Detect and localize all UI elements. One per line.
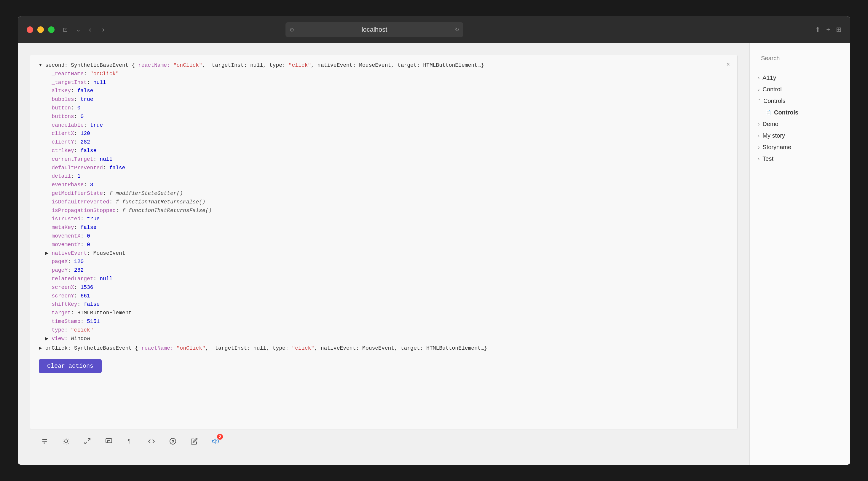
view-line: ▶ view: Window — [39, 334, 731, 343]
svg-rect-18 — [107, 441, 110, 443]
controls-arrow-icon: ˅ — [758, 98, 761, 104]
code-line: eventPhase: 3 — [39, 181, 731, 189]
sidebar-item-controls-file-label: Controls — [774, 109, 798, 116]
sidebar-toggle-button[interactable]: ⊡ — [60, 25, 70, 34]
code-line: isPropagationStopped: f functionThatRetu… — [39, 206, 731, 215]
right-sidebar: › A11y › Control ˅ Controls 📄 Controls ›… — [749, 43, 850, 465]
close-button[interactable] — [27, 26, 33, 33]
demo-arrow-icon: › — [758, 122, 760, 127]
actions-icon[interactable]: 2 — [209, 435, 222, 448]
clear-actions-container: Clear actions — [39, 353, 731, 376]
svg-marker-22 — [213, 439, 215, 443]
sidebar-item-demo[interactable]: › Demo — [757, 118, 843, 130]
tabs-icon[interactable]: ⊞ — [836, 26, 841, 33]
file-icon: 📄 — [765, 110, 771, 115]
sidebar-item-controls[interactable]: ˅ Controls — [757, 95, 843, 107]
browser-content: × ▾ second: SyntheticBaseEvent {_reactNa… — [18, 43, 850, 465]
address-bar: ⊙ localhost ↻ — [285, 22, 463, 37]
header-line: ▾ second: SyntheticBaseEvent {_reactName… — [39, 61, 731, 70]
actions-badge: 2 — [217, 434, 223, 440]
code-line: defaultPrevented: false — [39, 164, 731, 172]
view-arrow[interactable]: ▶ — [45, 336, 49, 342]
bottom-toolbar: ¶ — [30, 429, 738, 453]
sidebar-item-test-label: Test — [763, 155, 773, 162]
code-line: shiftKey: false — [39, 300, 731, 309]
code-line: altKey: false — [39, 87, 731, 95]
close-panel-button[interactable]: × — [724, 60, 733, 69]
sidebar-item-my-story[interactable]: › My story — [757, 130, 843, 142]
code-panel: × ▾ second: SyntheticBaseEvent {_reactNa… — [30, 55, 738, 429]
svg-point-5 — [43, 443, 45, 444]
code-line: movementX: 0 — [39, 232, 731, 241]
minimize-button[interactable] — [37, 26, 44, 33]
code-line: timeStamp: 5151 — [39, 317, 731, 326]
svg-point-3 — [43, 439, 44, 440]
native-event-arrow[interactable]: ▶ — [45, 250, 49, 256]
search-input[interactable] — [757, 52, 843, 65]
share-icon[interactable]: ⬆ — [815, 26, 820, 33]
storyname-arrow-icon: › — [758, 145, 760, 150]
svg-point-6 — [65, 440, 68, 443]
backgrounds-icon[interactable]: ¶ — [124, 435, 136, 448]
code-line: movementY: 0 — [39, 241, 731, 249]
light-icon[interactable] — [60, 435, 72, 448]
code-line: currentTarget: null — [39, 155, 731, 164]
svg-text:¶: ¶ — [128, 438, 130, 444]
traffic-lights — [27, 26, 55, 33]
code-line: clientY: 282 — [39, 138, 731, 147]
my-story-arrow-icon: › — [758, 133, 760, 139]
sidebar-item-a11y-label: A11y — [763, 74, 776, 81]
code-line: isDefaultPrevented: f functionThatReturn… — [39, 198, 731, 206]
browser-window: ⊡ ⌄ ‹ › ⊙ localhost ↻ ⬆ + ⊞ × ▾ second: … — [18, 16, 850, 465]
clear-actions-button[interactable]: Clear actions — [39, 359, 102, 373]
code-line: screenX: 1536 — [39, 283, 731, 292]
code-line: isTrusted: true — [39, 215, 731, 223]
url-text: localhost — [362, 26, 388, 33]
sidebar-item-test[interactable]: › Test — [757, 153, 843, 164]
code-line: buttons: 0 — [39, 112, 731, 121]
maximize-button[interactable] — [48, 26, 55, 33]
title-bar: ⊡ ⌄ ‹ › ⊙ localhost ↻ ⬆ + ⊞ — [18, 16, 850, 43]
sidebar-item-demo-label: Demo — [763, 121, 778, 127]
code-line: screenY: 661 — [39, 292, 731, 300]
sidebar-item-a11y[interactable]: › A11y — [757, 72, 843, 84]
accessibility-icon[interactable] — [166, 435, 179, 448]
a11y-arrow-icon: › — [758, 75, 760, 81]
code-line: cancelable: true — [39, 121, 731, 129]
code-line: detail: 1 — [39, 172, 731, 181]
code-icon[interactable] — [145, 435, 158, 448]
forward-button[interactable]: › — [100, 24, 107, 35]
svg-point-20 — [170, 438, 176, 444]
code-line: pageX: 120 — [39, 258, 731, 266]
code-line: metaKey: false — [39, 223, 731, 232]
code-line: ctrlKey: false — [39, 147, 731, 155]
viewport-icon[interactable] — [102, 435, 115, 448]
code-line: pageY: 282 — [39, 266, 731, 275]
collapse-arrow[interactable]: ▾ — [39, 62, 42, 68]
main-panel: × ▾ second: SyntheticBaseEvent {_reactNa… — [18, 43, 749, 465]
native-event-line: ▶ nativeEvent: MouseEvent — [39, 249, 731, 258]
title-bar-right: ⬆ + ⊞ — [815, 26, 841, 33]
footer-arrow[interactable]: ▶ — [39, 345, 42, 351]
code-line: _targetInst: null — [39, 78, 731, 87]
svg-point-21 — [172, 440, 174, 442]
controls-icon[interactable] — [38, 435, 51, 448]
sidebar-item-storyname[interactable]: › Storyname — [757, 142, 843, 153]
code-line: button: 0 — [39, 104, 731, 112]
code-line: bubbles: true — [39, 95, 731, 104]
refresh-icon[interactable]: ↻ — [455, 26, 459, 33]
sidebar-item-controls-file[interactable]: 📄 Controls — [757, 107, 843, 118]
new-tab-icon[interactable]: + — [826, 26, 830, 33]
sidebar-item-controls-label: Controls — [763, 97, 785, 104]
tool-icon[interactable] — [188, 435, 200, 448]
fullscreen-icon[interactable] — [81, 435, 94, 448]
code-line: _reactName: "onClick" — [39, 70, 731, 78]
code-line: type: "click" — [39, 326, 731, 334]
footer-line: ▶ onClick: SyntheticBaseEvent {_reactNam… — [39, 344, 731, 353]
test-arrow-icon: › — [758, 156, 760, 161]
back-button[interactable]: ‹ — [87, 24, 94, 35]
sidebar-item-control-label: Control — [763, 86, 781, 93]
svg-line-9 — [64, 439, 64, 439]
code-line: getModifierState: f modifierStateGetter(… — [39, 189, 731, 198]
sidebar-item-control[interactable]: › Control — [757, 84, 843, 95]
